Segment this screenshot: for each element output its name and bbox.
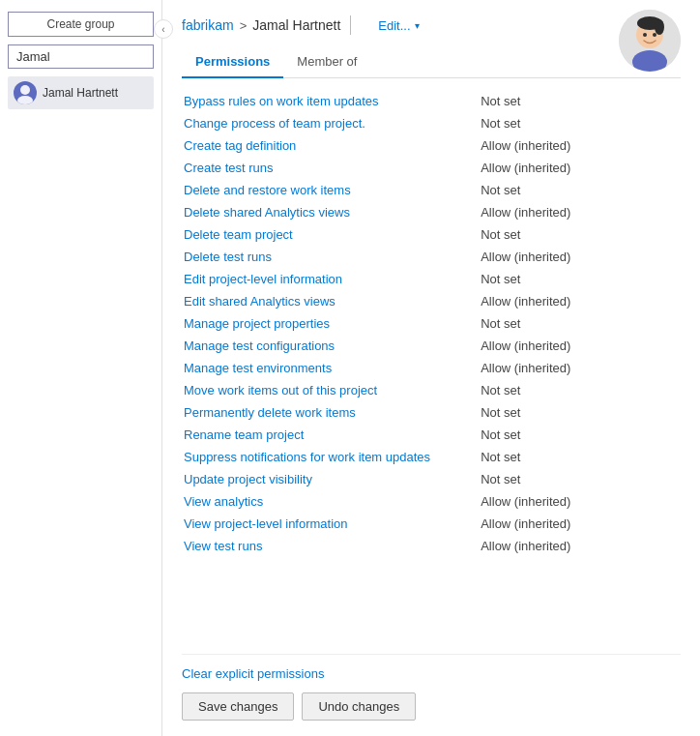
permission-name[interactable]: Change process of team project. — [182, 112, 479, 134]
permission-name[interactable]: Manage project properties — [182, 312, 479, 335]
permission-status: Allow (inherited) — [479, 246, 677, 268]
permission-status: Not set — [479, 446, 677, 468]
svg-point-8 — [653, 33, 656, 37]
permission-name[interactable]: Bypass rules on work item updates — [182, 90, 479, 112]
permission-name[interactable]: Permanently delete work items — [182, 401, 479, 424]
permission-name[interactable]: Update project visibility — [182, 468, 479, 490]
avatar-container — [619, 10, 681, 72]
table-row: Suppress notifications for work item upd… — [182, 446, 677, 468]
permission-status: Allow (inherited) — [479, 335, 677, 357]
header: fabrikam > Jamal Hartnett Edit... ▾ — [182, 15, 681, 35]
permission-status: Not set — [479, 468, 677, 490]
table-row: Edit shared Analytics viewsAllow (inheri… — [182, 290, 677, 312]
permission-status: Allow (inherited) — [479, 201, 677, 223]
edit-dropdown-button[interactable]: Edit... ▾ — [374, 16, 423, 35]
breadcrumb-divider — [350, 15, 351, 35]
chevron-down-icon: ▾ — [415, 20, 420, 31]
permission-status: Allow (inherited) — [479, 157, 677, 179]
svg-point-7 — [643, 33, 647, 37]
svg-point-1 — [17, 96, 33, 104]
table-row: Edit project-level informationNot set — [182, 268, 677, 290]
table-row: Bypass rules on work item updatesNot set — [182, 90, 677, 112]
breadcrumb-org-link[interactable]: fabrikam — [182, 17, 234, 33]
permission-name[interactable]: Edit project-level information — [182, 268, 479, 290]
permission-status: Not set — [479, 90, 677, 112]
table-row: Permanently delete work itemsNot set — [182, 401, 677, 424]
table-row: Update project visibilityNot set — [182, 468, 677, 490]
permission-status: Allow (inherited) — [479, 290, 677, 312]
avatar — [619, 10, 681, 72]
undo-changes-button[interactable]: Undo changes — [302, 692, 416, 721]
tab-member-of[interactable]: Member of — [283, 48, 370, 78]
permission-name[interactable]: View analytics — [182, 490, 479, 513]
permission-name[interactable]: Manage test configurations — [182, 335, 479, 357]
permission-name[interactable]: Rename team project — [182, 424, 479, 446]
permission-status: Not set — [479, 379, 677, 401]
permission-name[interactable]: Move work items out of this project — [182, 379, 479, 401]
sidebar: ‹ Create group Jamal Hartnett — [0, 0, 162, 736]
user-avatar-small — [14, 81, 37, 104]
sidebar-user-name: Jamal Hartnett — [43, 86, 118, 100]
clear-explicit-permissions-link[interactable]: Clear explicit permissions — [182, 666, 324, 681]
permission-name[interactable]: Delete test runs — [182, 246, 479, 268]
permission-status: Not set — [479, 179, 677, 201]
permission-status: Allow (inherited) — [479, 535, 677, 557]
breadcrumb: fabrikam > Jamal Hartnett — [182, 17, 340, 33]
table-row: Rename team projectNot set — [182, 424, 677, 446]
svg-point-6 — [655, 19, 664, 35]
permissions-table: Bypass rules on work item updatesNot set… — [182, 90, 677, 557]
table-row: Manage project propertiesNot set — [182, 312, 677, 335]
permission-status: Allow (inherited) — [479, 513, 677, 535]
sidebar-toggle[interactable]: ‹ — [154, 19, 173, 39]
permission-name[interactable]: Create test runs — [182, 157, 479, 179]
permission-status: Allow (inherited) — [479, 134, 677, 157]
permission-name[interactable]: View test runs — [182, 535, 479, 557]
table-row: Manage test configurationsAllow (inherit… — [182, 335, 677, 357]
table-row: Move work items out of this projectNot s… — [182, 379, 677, 401]
permission-status: Not set — [479, 312, 677, 335]
tab-permissions[interactable]: Permissions — [182, 48, 283, 78]
table-row: Delete team projectNot set — [182, 223, 677, 246]
permission-name[interactable]: Delete team project — [182, 223, 479, 246]
permission-name[interactable]: Create tag definition — [182, 134, 479, 157]
table-row: View analyticsAllow (inherited) — [182, 490, 677, 513]
table-row: Change process of team project.Not set — [182, 112, 677, 134]
sidebar-user-item[interactable]: Jamal Hartnett — [8, 76, 154, 109]
table-row: Create test runsAllow (inherited) — [182, 157, 677, 179]
footer-buttons: Save changes Undo changes — [182, 692, 681, 721]
edit-label: Edit... — [378, 18, 410, 33]
save-changes-button[interactable]: Save changes — [182, 692, 294, 721]
table-row: Delete and restore work itemsNot set — [182, 179, 677, 201]
permission-name[interactable]: Suppress notifications for work item upd… — [182, 446, 479, 468]
permission-status: Not set — [479, 424, 677, 446]
svg-point-0 — [20, 85, 30, 95]
table-row: Delete shared Analytics viewsAllow (inhe… — [182, 201, 677, 223]
table-row: View project-level informationAllow (inh… — [182, 513, 677, 535]
breadcrumb-separator: > — [240, 18, 248, 33]
permissions-container: Bypass rules on work item updatesNot set… — [182, 90, 681, 650]
permission-name[interactable]: View project-level information — [182, 513, 479, 535]
footer: Clear explicit permissions Save changes … — [182, 654, 681, 736]
permission-name[interactable]: Delete and restore work items — [182, 179, 479, 201]
permission-name[interactable]: Delete shared Analytics views — [182, 201, 479, 223]
tabs-bar: Permissions Member of — [182, 48, 681, 78]
permission-status: Not set — [479, 112, 677, 134]
table-row: Create tag definitionAllow (inherited) — [182, 134, 677, 157]
table-row: Manage test environmentsAllow (inherited… — [182, 357, 677, 379]
permission-status: Allow (inherited) — [479, 357, 677, 379]
permission-name[interactable]: Edit shared Analytics views — [182, 290, 479, 312]
table-row: View test runsAllow (inherited) — [182, 535, 677, 557]
permission-status: Not set — [479, 223, 677, 246]
search-input[interactable] — [8, 44, 154, 69]
main-content: fabrikam > Jamal Hartnett Edit... ▾ Perm… — [162, 0, 700, 736]
permission-status: Not set — [479, 401, 677, 424]
breadcrumb-current-user: Jamal Hartnett — [252, 17, 340, 33]
permission-name[interactable]: Manage test environments — [182, 357, 479, 379]
permission-status: Allow (inherited) — [479, 490, 677, 513]
permission-status: Not set — [479, 268, 677, 290]
create-group-button[interactable]: Create group — [8, 12, 154, 37]
table-row: Delete test runsAllow (inherited) — [182, 246, 677, 268]
